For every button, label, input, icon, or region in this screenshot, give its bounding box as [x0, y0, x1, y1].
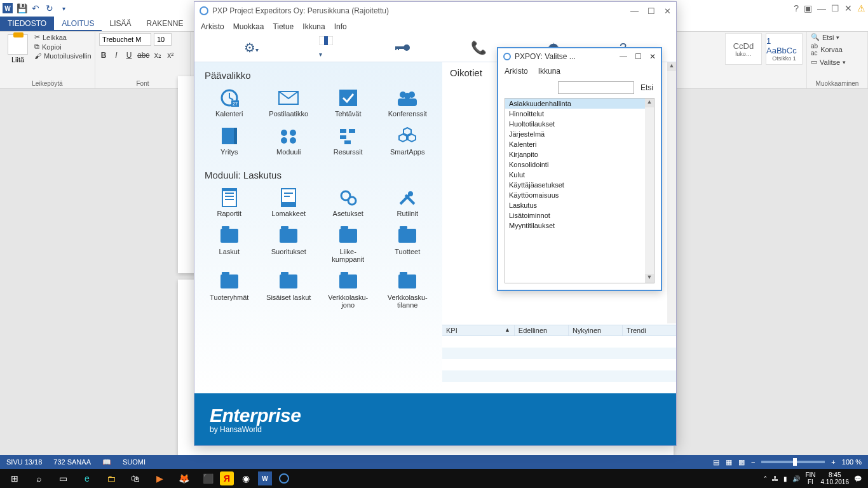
- list-item[interactable]: Kalenteri: [505, 139, 654, 149]
- tile-laskut[interactable]: Laskut: [200, 224, 259, 266]
- view-web-icon[interactable]: ▩: [738, 458, 745, 466]
- tray-chevron-icon[interactable]: ˄: [764, 475, 767, 482]
- tile-kalenteri[interactable]: 27Kalenteri: [200, 86, 259, 120]
- list-item[interactable]: Konsolidointi: [505, 159, 654, 170]
- yandex-icon[interactable]: Я: [220, 471, 234, 485]
- flag-icon[interactable]: ▾: [319, 36, 333, 60]
- kpi-col-trend[interactable]: Trendi: [623, 325, 676, 336]
- list-item[interactable]: Kirjanpito: [505, 149, 654, 159]
- save-icon[interactable]: 💾: [17, 3, 27, 13]
- table-row[interactable]: [442, 336, 676, 348]
- tile-konferenssit[interactable]: Konferenssit: [378, 86, 438, 120]
- font-family-combo[interactable]: [99, 33, 151, 46]
- tray-network-icon[interactable]: 🖧: [772, 475, 778, 482]
- start-button[interactable]: ⊞: [3, 469, 27, 488]
- tile-asetukset[interactable]: Asetukset: [318, 186, 378, 220]
- tile-lomakkeet[interactable]: Lomakkeet: [259, 186, 319, 220]
- tab-layout[interactable]: RAKENNE: [139, 17, 191, 31]
- pxp-menu-item[interactable]: Arkisto: [201, 22, 224, 31]
- qat-dropdown-icon[interactable]: ▾: [58, 3, 69, 13]
- zoom-in-button[interactable]: +: [831, 458, 835, 466]
- tile-yritys[interactable]: Yritys: [200, 124, 259, 158]
- close-icon[interactable]: ✕: [844, 3, 852, 13]
- kpi-col-curr[interactable]: Nykyinen: [569, 325, 623, 336]
- bold-button[interactable]: B: [99, 51, 108, 60]
- copy-button[interactable]: ⧉Kopioi: [34, 43, 92, 51]
- list-item[interactable]: Laskutus: [505, 200, 654, 210]
- media-icon[interactable]: ▶: [147, 469, 172, 488]
- phone-icon[interactable]: 📞: [471, 40, 487, 55]
- scrollbar[interactable]: ▲: [667, 62, 676, 323]
- strike-button[interactable]: abc: [137, 51, 149, 60]
- list-item[interactable]: Huoltotilaukset: [505, 119, 654, 129]
- format-painter-button[interactable]: 🖌Muotoilusivellin: [34, 52, 92, 60]
- popup-close-icon[interactable]: ✕: [649, 52, 656, 61]
- tile-raportit[interactable]: Raportit: [200, 186, 259, 220]
- list-item[interactable]: Käyttäjäasetukset: [505, 180, 654, 190]
- list-item[interactable]: Myyntitilaukset: [505, 220, 654, 231]
- tab-insert[interactable]: LISÄÄ: [102, 17, 139, 31]
- pxp-taskbar-icon[interactable]: [272, 469, 296, 488]
- paste-button[interactable]: Liitä: [4, 33, 32, 65]
- style-box-2[interactable]: 1 AaBbCcOtsikko 1: [766, 33, 803, 65]
- list-item[interactable]: Hinnoittelut: [505, 109, 654, 119]
- pxp-menu-item[interactable]: Info: [334, 22, 347, 31]
- taskview-button[interactable]: ▭: [51, 469, 75, 488]
- chrome-icon[interactable]: ◉: [234, 469, 258, 488]
- tile-verkkolasku-tilanne[interactable]: Verkkolasku-tilanne: [378, 269, 438, 311]
- tile-postilaatikko[interactable]: Postilaatikko: [259, 86, 319, 120]
- view-read-icon[interactable]: ▤: [713, 458, 719, 466]
- tile-verkkolasku-jono[interactable]: Verkkolasku-jono: [318, 269, 378, 311]
- search-button[interactable]: ⌕: [27, 469, 51, 488]
- tile-teht-v-t[interactable]: Tehtävät: [318, 86, 378, 120]
- tile-rutiinit[interactable]: Rutiinit: [378, 186, 438, 220]
- tile-moduuli[interactable]: Moduuli: [259, 124, 319, 158]
- pxp-maximize-icon[interactable]: ☐: [648, 6, 655, 16]
- popup-search-button[interactable]: Etsi: [641, 83, 653, 92]
- underline-button[interactable]: U: [125, 51, 133, 60]
- undo-icon[interactable]: ↶: [31, 3, 41, 13]
- firefox-icon[interactable]: 🦊: [172, 469, 196, 488]
- italic-button[interactable]: I: [112, 51, 121, 60]
- tab-file[interactable]: TIEDOSTO: [0, 17, 54, 31]
- view-print-icon[interactable]: ▦: [726, 458, 732, 466]
- redo-icon[interactable]: ↻: [44, 3, 55, 13]
- tile-smartapps[interactable]: SmartApps: [378, 124, 438, 158]
- tile-liike-kumppanit[interactable]: Liike-kumppanit: [318, 224, 378, 266]
- table-row[interactable]: [442, 348, 676, 359]
- language-indicator[interactable]: SUOMI: [123, 458, 146, 466]
- table-row[interactable]: [442, 370, 676, 382]
- font-size-combo[interactable]: [154, 33, 172, 46]
- popup-menu-item[interactable]: Arkisto: [505, 67, 528, 76]
- word-count[interactable]: 732 SANAA: [53, 458, 91, 466]
- gear-icon[interactable]: ⚙▾: [244, 40, 259, 55]
- tile-tuotteet[interactable]: Tuotteet: [378, 224, 438, 266]
- tray-notifications-icon[interactable]: 💬: [854, 475, 862, 482]
- popup-menu-item[interactable]: Ikkuna: [538, 67, 560, 76]
- tab-home[interactable]: ALOITUS: [54, 17, 102, 31]
- pxp-minimize-icon[interactable]: —: [630, 6, 639, 16]
- list-item[interactable]: Lisätoiminnot: [505, 210, 654, 220]
- zoom-level[interactable]: 100 %: [842, 458, 862, 466]
- tray-language[interactable]: FINFI: [805, 471, 815, 485]
- key-icon[interactable]: [394, 43, 410, 52]
- tile-tuoteryhm-t[interactable]: Tuoteryhmät: [200, 269, 259, 311]
- help-icon[interactable]: ?: [794, 3, 799, 13]
- ribbon-options-icon[interactable]: ▣: [804, 3, 812, 13]
- kpi-col-kpi[interactable]: KPI ▲: [442, 325, 515, 336]
- kpi-col-prev[interactable]: Edellinen: [515, 325, 569, 336]
- pxp-close-icon[interactable]: ✕: [664, 6, 671, 16]
- tile-sis-iset-laskut[interactable]: Sisäiset laskut: [259, 269, 319, 311]
- list-item[interactable]: Käyttöomaisuus: [505, 190, 654, 200]
- subscript-button[interactable]: x₂: [153, 51, 162, 60]
- explorer-icon[interactable]: 🗀: [99, 469, 123, 488]
- table-row[interactable]: [442, 382, 676, 393]
- replace-button[interactable]: abacKorvaa: [811, 43, 846, 57]
- pxp-menu-item[interactable]: Muokkaa: [233, 22, 264, 31]
- pxp-menu-item[interactable]: Tietue: [273, 22, 294, 31]
- popup-minimize-icon[interactable]: —: [620, 52, 627, 61]
- list-item[interactable]: Kulut: [505, 170, 654, 180]
- edge-icon[interactable]: e: [75, 469, 99, 488]
- table-row[interactable]: [442, 359, 676, 370]
- style-box-1[interactable]: CcDdluko…: [725, 33, 762, 65]
